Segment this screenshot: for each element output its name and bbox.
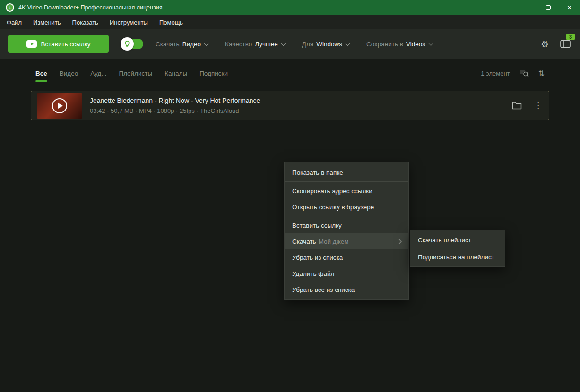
save-to-value: Videos	[406, 41, 425, 48]
quality-dropdown[interactable]: Качество Лучшее	[225, 41, 285, 48]
content-area: Все Видео Ауд... Плейлисты Каналы Подпис…	[0, 59, 580, 392]
tab-subscriptions[interactable]: Подписки	[199, 70, 228, 77]
menubar: Файл Изменить Показать Инструменты Помощ…	[0, 15, 580, 29]
context-submenu: Скачать плейлист Подписаться на плейлист	[410, 230, 505, 267]
menu-help[interactable]: Помощь	[154, 15, 189, 29]
menu-file[interactable]: Файл	[1, 15, 27, 29]
context-item-download-playlist[interactable]: Скачать Мой джем	[285, 233, 408, 249]
save-to-label: Сохранить в	[366, 41, 403, 48]
context-item-download-value: Мой джем	[319, 238, 349, 245]
menu-edit[interactable]: Изменить	[27, 15, 67, 29]
chevron-down-icon	[204, 41, 209, 46]
titlebar: ↓ 4K Video Downloader+ Профессиональная …	[0, 0, 580, 15]
kebab-menu-icon[interactable]: ⋮	[534, 101, 542, 111]
library-panel-button[interactable]: 3	[560, 40, 571, 48]
context-item-remove-from-list[interactable]: Убрать из списка	[285, 249, 408, 265]
lightbulb-icon	[121, 37, 134, 51]
close-button[interactable]: ×	[559, 0, 580, 15]
chevron-down-icon	[281, 41, 286, 46]
submenu-item-subscribe-playlist[interactable]: Подписаться на плейлист	[410, 248, 505, 265]
search-list-icon[interactable]	[519, 68, 529, 78]
video-title: Jeanette Biedermann - Right Now - Very H…	[90, 97, 260, 104]
tab-audio[interactable]: Ауд...	[90, 70, 106, 77]
quality-value: Лучшее	[255, 41, 278, 48]
tab-playlists[interactable]: Плейлисты	[119, 70, 153, 77]
platform-dropdown[interactable]: Для Windows	[302, 41, 349, 48]
chevron-down-icon	[429, 41, 433, 46]
minimize-button[interactable]	[516, 0, 537, 15]
tabs-row: Все Видео Ауд... Плейлисты Каналы Подпис…	[31, 59, 549, 85]
tab-channels[interactable]: Каналы	[164, 70, 187, 77]
folder-icon[interactable]	[512, 102, 522, 110]
context-item-download-label: Скачать	[292, 238, 316, 245]
save-to-dropdown[interactable]: Сохранить в Videos	[366, 41, 433, 48]
menu-separator	[285, 216, 408, 216]
context-item-copy-link[interactable]: Скопировать адрес ссылки	[285, 183, 408, 199]
paste-link-label: Вставить ссылку	[41, 41, 91, 48]
window-controls: ×	[516, 0, 580, 15]
context-item-paste-link[interactable]: Вставить ссылку	[285, 217, 408, 233]
platform-label: Для	[302, 41, 313, 48]
chevron-right-icon	[397, 239, 402, 244]
window-title: 4K Video Downloader+ Профессиональная ли…	[18, 4, 162, 11]
play-icon	[52, 98, 67, 113]
context-item-show-in-folder[interactable]: Показать в папке	[285, 164, 408, 180]
menu-view[interactable]: Показать	[67, 15, 104, 29]
youtube-icon	[26, 40, 37, 48]
tab-all[interactable]: Все	[35, 70, 47, 77]
platform-value: Windows	[316, 41, 342, 48]
sidebar-icon	[560, 40, 571, 48]
item-count: 1 элемент	[481, 70, 510, 77]
video-list-item[interactable]: Jeanette Biedermann - Right Now - Very H…	[31, 91, 549, 120]
gear-icon[interactable]: ⚙	[541, 39, 549, 50]
close-icon: ×	[567, 3, 572, 12]
download-type-value: Видео	[182, 41, 201, 48]
maximize-icon	[546, 5, 551, 10]
video-info: Jeanette Biedermann - Right Now - Very H…	[90, 97, 260, 114]
context-item-open-in-browser[interactable]: Открыть ссылку в браузере	[285, 199, 408, 215]
toolbar-right: ⚙ 3	[541, 39, 571, 50]
app-window: ↓ 4K Video Downloader+ Профессиональная …	[0, 0, 580, 392]
download-type-label: Скачать	[156, 41, 180, 48]
context-item-remove-all[interactable]: Убрать все из списка	[285, 281, 408, 298]
maximize-button[interactable]	[537, 0, 559, 15]
tab-video[interactable]: Видео	[60, 70, 78, 77]
minimize-icon	[524, 8, 529, 8]
video-thumbnail[interactable]	[37, 93, 82, 119]
menu-separator	[285, 181, 408, 182]
smart-mode-toggle[interactable]	[121, 39, 143, 49]
list-controls: 1 элемент ⇅	[481, 68, 545, 78]
submenu-item-download-playlist[interactable]: Скачать плейлист	[410, 231, 505, 248]
sort-icon[interactable]: ⇅	[538, 69, 545, 78]
video-meta: 03:42 · 50,7 MB · MP4 · 1080p · 25fps · …	[90, 107, 260, 114]
app-logo-icon: ↓	[6, 3, 14, 12]
chevron-down-icon	[345, 41, 350, 46]
download-type-dropdown[interactable]: Скачать Видео	[156, 41, 208, 48]
quality-label: Качество	[225, 41, 252, 48]
context-menu: Показать в папке Скопировать адрес ссылк…	[284, 162, 409, 300]
row-actions: ⋮	[512, 101, 542, 111]
menu-tools[interactable]: Инструменты	[104, 15, 154, 29]
paste-link-button[interactable]: Вставить ссылку	[8, 35, 109, 53]
toolbar: Вставить ссылку Скачать Видео Качество Л…	[0, 29, 580, 59]
context-item-delete-file[interactable]: Удалить файл	[285, 265, 408, 281]
notification-badge: 3	[566, 34, 575, 40]
